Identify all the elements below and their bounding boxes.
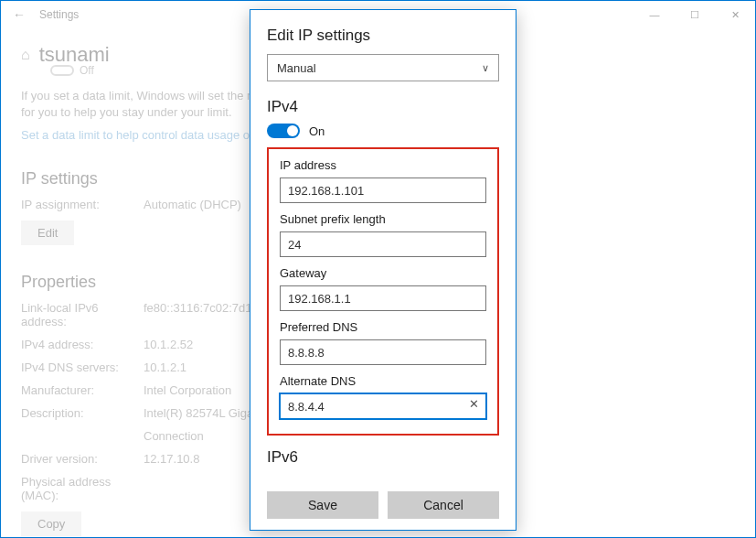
ip-assignment-label: IP assignment: xyxy=(21,198,144,211)
prop-label: IPv4 DNS servers: xyxy=(21,360,144,374)
prop-label: Driver version: xyxy=(21,452,144,466)
off-label: Off xyxy=(80,64,94,77)
prop-value: 10.1.2.1 xyxy=(144,360,186,374)
back-button[interactable]: ← xyxy=(8,7,30,22)
ip-address-input[interactable] xyxy=(280,178,486,203)
save-button[interactable]: Save xyxy=(267,491,378,519)
dialog-title: Edit IP settings xyxy=(267,27,499,45)
edit-ip-dialog: Edit IP settings Manual ∨ IPv4 On IP add… xyxy=(250,9,516,531)
home-icon: ⌂ xyxy=(21,47,30,63)
ip-address-label: IP address xyxy=(280,158,486,172)
prop-label: Physical address (MAC): xyxy=(21,475,144,502)
prop-label: IPv4 address: xyxy=(21,338,144,351)
prop-value: Intel(R) 82574L Gigabi xyxy=(144,406,262,420)
network-name: tsunami xyxy=(39,43,110,67)
close-button[interactable]: ✕ xyxy=(715,1,755,28)
preferred-dns-label: Preferred DNS xyxy=(280,320,486,334)
window-title: Settings xyxy=(39,8,79,21)
ipv4-toggle[interactable] xyxy=(267,124,300,138)
ip-assignment-value: Automatic (DHCP) xyxy=(144,198,241,211)
chevron-down-icon: ∨ xyxy=(482,62,489,74)
prop-value: Connection xyxy=(144,429,204,443)
ipv4-toggle-label: On xyxy=(309,124,325,138)
clear-input-icon[interactable]: ✕ xyxy=(469,397,479,411)
prop-value: Intel Corporation xyxy=(144,383,231,397)
prop-label: Manufacturer: xyxy=(21,383,144,397)
minimize-button[interactable]: — xyxy=(634,1,675,28)
copy-button[interactable]: Copy xyxy=(21,511,81,536)
cancel-button[interactable]: Cancel xyxy=(388,491,499,519)
alternate-dns-input[interactable] xyxy=(280,393,486,419)
edit-button[interactable]: Edit xyxy=(21,221,74,245)
highlighted-fields: IP address Subnet prefix length Gateway … xyxy=(267,147,499,436)
ipv6-heading: IPv6 xyxy=(267,448,499,467)
gateway-label: Gateway xyxy=(280,266,486,280)
alternate-dns-label: Alternate DNS xyxy=(280,374,486,388)
maximize-button[interactable]: ☐ xyxy=(675,1,715,28)
ip-mode-value: Manual xyxy=(277,61,316,75)
gateway-input[interactable] xyxy=(280,285,486,311)
prop-label: Link-local IPv6 address: xyxy=(21,301,144,328)
preferred-dns-input[interactable] xyxy=(280,339,486,365)
ip-mode-select[interactable]: Manual ∨ xyxy=(267,54,499,81)
subnet-label: Subnet prefix length xyxy=(280,212,486,226)
prop-value: 12.17.10.8 xyxy=(144,452,199,466)
data-limit-link[interactable]: Set a data limit to help control data us… xyxy=(21,128,278,142)
prop-value: 10.1.2.52 xyxy=(144,338,193,351)
toggle-off-icon xyxy=(50,65,74,76)
prop-label: Description: xyxy=(21,406,144,420)
subnet-input[interactable] xyxy=(280,231,486,257)
ipv4-heading: IPv4 xyxy=(267,98,499,116)
prop-label xyxy=(21,429,144,443)
